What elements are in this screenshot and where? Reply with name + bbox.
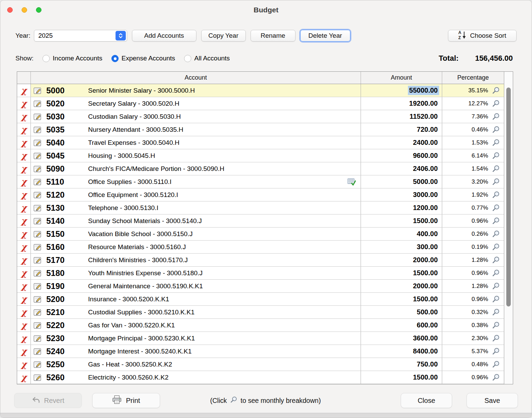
delete-row-icon[interactable]: χ [21,334,26,342]
delete-cell[interactable]: χ [17,123,31,136]
close-window-button[interactable] [7,7,13,13]
table-row[interactable]: χ 5130 Telephone - 3000.5130.I [17,201,504,214]
amount-cell[interactable]: 3600.00 [361,332,442,345]
radio-button-icon[interactable] [43,55,50,62]
delete-cell[interactable]: χ [17,332,31,345]
edit-account-icon[interactable] [33,334,42,342]
delete-cell[interactable]: χ [17,84,31,97]
edit-account-icon[interactable] [33,86,42,95]
amount-cell[interactable]: 8400.00 [361,345,442,358]
table-row[interactable]: χ 5250 Gas - Heat - 3000.5250.K.K2 [17,358,504,371]
amount-cell[interactable]: 3000.00 [361,188,442,201]
radio-income-accounts[interactable]: Income Accounts [43,55,102,62]
revert-button[interactable]: Revert [14,393,82,408]
table-row[interactable]: χ 5120 Office Equipment - 3000.5120.I [17,188,504,201]
magnifier-icon[interactable] [488,256,504,264]
table-row[interactable]: χ 5210 Custodial Supplies - 3000.5210.K.… [17,306,504,319]
edit-account-icon[interactable] [33,139,42,147]
magnifier-icon[interactable] [488,139,504,147]
amount-cell[interactable]: 750.00 [361,358,442,371]
print-button[interactable]: Print [92,393,160,408]
edit-account-icon[interactable] [33,230,42,238]
delete-row-icon[interactable]: χ [21,321,26,329]
radio-button-icon[interactable] [111,55,119,62]
table-row[interactable]: χ 5045 Housing - 3000.5045.H [17,149,504,162]
edit-account-icon[interactable] [33,126,42,134]
table-row[interactable]: χ 5190 General Maintenance - 3000.5190.K… [17,280,504,293]
edit-account-icon[interactable] [33,373,42,382]
rename-button[interactable]: Rename [251,30,295,42]
zoom-window-button[interactable] [36,7,41,13]
delete-cell[interactable]: χ [17,136,31,149]
amount-cell[interactable]: 5000.00 [361,175,442,188]
edit-account-icon[interactable] [33,217,42,225]
delete-row-icon[interactable]: χ [21,217,26,225]
table-row[interactable]: χ 5170 Children's Ministries - 3000.5170… [17,254,504,267]
delete-cell[interactable]: χ [17,306,31,318]
delete-cell[interactable]: χ [17,319,31,332]
magnifier-icon[interactable] [488,334,504,342]
scrollbar-thumb[interactable] [506,88,511,306]
delete-row-icon[interactable]: χ [21,164,26,173]
delete-row-icon[interactable]: χ [21,360,26,369]
magnifier-icon[interactable] [488,321,504,329]
amount-cell[interactable]: 500.00 [361,306,442,318]
amount-cell[interactable]: 9600.00 [361,149,442,162]
table-row[interactable]: χ 5030 Custodian Salary - 3000.5030.H [17,110,504,123]
amount-cell[interactable]: 1200.00 [361,201,442,214]
amount-cell[interactable]: 1500.00 [361,214,442,227]
amount-cell[interactable]: 400.00 [361,228,442,240]
edit-account-icon[interactable] [33,347,42,356]
delete-cell[interactable]: χ [17,254,31,266]
edit-account-icon[interactable] [33,165,42,173]
delete-row-icon[interactable]: χ [21,256,26,264]
delete-row-icon[interactable]: χ [21,99,26,108]
delete-row-icon[interactable]: χ [21,151,26,160]
delete-cell[interactable]: χ [17,345,31,358]
year-select[interactable]: 2025 [34,30,127,42]
magnifier-icon[interactable] [488,295,504,303]
table-row[interactable]: χ 5040 Travel Expenses - 3000.5040.H [17,136,504,149]
delete-cell[interactable]: χ [17,241,31,253]
table-row[interactable]: χ 5220 Gas for Van - 3000.5220.K.K1 [17,319,504,332]
delete-cell[interactable]: χ [17,293,31,305]
scrollbar-track[interactable] [504,72,513,384]
edit-account-icon[interactable] [33,204,42,212]
delete-cell[interactable]: χ [17,162,31,175]
delete-row-icon[interactable]: χ [21,347,26,356]
magnifier-icon[interactable] [488,282,504,290]
edit-account-icon[interactable] [33,282,42,290]
delete-cell[interactable]: χ [17,280,31,292]
magnifier-icon[interactable] [488,217,504,225]
delete-row-icon[interactable]: χ [21,295,26,303]
delete-cell[interactable]: χ [17,188,31,201]
amount-cell[interactable]: 19200.00 [361,97,442,110]
amount-cell[interactable]: 1500.00 [361,293,442,305]
magnifier-icon[interactable] [488,126,504,134]
delete-row-icon[interactable]: χ [21,112,26,121]
amount-cell[interactable]: 55000.00 [361,84,442,97]
delete-cell[interactable]: χ [17,228,31,240]
amount-cell[interactable]: 2000.00 [361,254,442,266]
table-row[interactable]: χ 5200 Insurance - 3000.5200.K.K1 [17,293,504,306]
delete-cell[interactable]: χ [17,110,31,123]
radio-expense-accounts[interactable]: Expense Accounts [111,55,175,62]
magnifier-icon[interactable] [488,165,504,173]
magnifier-icon[interactable] [488,347,504,356]
delete-row-icon[interactable]: χ [21,373,26,382]
amount-cell[interactable]: 720.00 [361,123,442,136]
add-accounts-button[interactable]: Add Accounts [132,30,196,42]
table-row[interactable]: χ 5110 Office Supplies - 3000.5110.I [17,175,504,188]
save-button[interactable]: Save [467,393,518,408]
edit-account-icon[interactable] [33,178,42,186]
delete-row-icon[interactable]: χ [21,177,26,186]
table-row[interactable]: χ 5180 Youth Ministries Expense - 3000.5… [17,267,504,280]
amount-cell[interactable]: 2400.00 [361,136,442,149]
delete-row-icon[interactable]: χ [21,138,26,147]
magnifier-icon[interactable] [488,360,504,369]
magnifier-icon[interactable] [488,308,504,316]
magnifier-icon[interactable] [488,373,504,382]
edit-account-icon[interactable] [33,308,42,316]
delete-year-button[interactable]: Delete Year [300,30,350,42]
delete-row-icon[interactable]: χ [21,204,26,212]
